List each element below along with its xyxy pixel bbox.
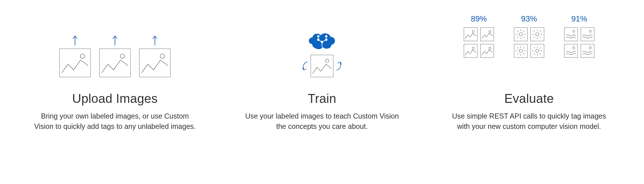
svg-point-5: [325, 39, 327, 41]
svg-point-9: [472, 31, 475, 33]
mountain-thumbnail-icon: [464, 27, 477, 41]
svg-line-28: [540, 37, 541, 38]
mountain-thumbnail-icon: [464, 44, 477, 58]
brain-icon: [306, 31, 338, 53]
svg-line-46: [540, 53, 541, 55]
svg-point-10: [489, 31, 491, 33]
svg-line-48: [534, 53, 535, 55]
svg-point-50: [589, 30, 592, 33]
upload-illustration: [59, 14, 171, 77]
image-placeholder-icon: [99, 49, 131, 77]
svg-point-2: [160, 54, 165, 59]
svg-point-52: [589, 47, 592, 49]
section-description: Bring your own labeled images, or use Cu…: [32, 111, 198, 132]
svg-line-47: [540, 47, 541, 49]
accuracy-percent: 93%: [521, 14, 537, 23]
image-placeholder-icon: [311, 55, 333, 77]
thumbnail-grid: [564, 27, 594, 58]
water-thumbnail-icon: [564, 27, 578, 41]
section-description: Use your labeled images to teach Custom …: [239, 111, 405, 132]
arrow-up-icon: [112, 34, 118, 46]
svg-point-49: [573, 30, 575, 33]
cycle-row: [301, 55, 343, 77]
evaluate-section: 89% 93% 91%: [426, 14, 633, 173]
mountain-thumbnail-icon: [480, 44, 494, 58]
svg-point-13: [519, 33, 523, 36]
svg-line-30: [534, 37, 535, 38]
image-placeholder-icon: [139, 49, 171, 77]
svg-line-21: [517, 37, 519, 38]
sun-thumbnail-icon: [530, 27, 544, 41]
svg-line-37: [523, 53, 524, 55]
section-title: Upload Images: [72, 91, 158, 106]
sun-thumbnail-icon: [530, 44, 544, 58]
svg-line-27: [534, 31, 535, 32]
thumbnail-grid: [464, 27, 494, 58]
svg-line-39: [517, 53, 519, 55]
svg-line-20: [523, 31, 524, 32]
arrow-up-icon: [72, 34, 78, 46]
svg-point-4: [317, 39, 319, 41]
section-title: Train: [308, 91, 336, 106]
image-placeholder-icon: [59, 49, 91, 77]
evaluate-group: 89%: [464, 14, 494, 58]
upload-item: [59, 34, 91, 77]
evaluate-illustration: 89% 93% 91%: [464, 14, 594, 77]
svg-point-0: [80, 54, 85, 59]
svg-line-45: [534, 47, 535, 49]
evaluate-group: 91%: [564, 14, 594, 58]
thumbnail-grid: [514, 27, 544, 58]
section-description: Use simple REST API calls to quickly tag…: [446, 111, 612, 132]
svg-line-36: [517, 47, 519, 49]
svg-line-29: [540, 31, 541, 32]
sun-thumbnail-icon: [514, 44, 528, 58]
upload-item: [99, 34, 131, 77]
train-illustration: [301, 14, 343, 77]
svg-line-18: [517, 31, 519, 32]
svg-point-8: [325, 59, 329, 63]
svg-point-6: [317, 35, 319, 37]
svg-line-38: [523, 47, 524, 49]
water-thumbnail-icon: [581, 44, 594, 58]
sun-thumbnail-icon: [514, 27, 528, 41]
train-wrap: [301, 31, 343, 77]
evaluate-group: 93%: [514, 14, 544, 58]
svg-point-40: [536, 49, 539, 53]
svg-point-51: [573, 47, 575, 49]
accuracy-percent: 89%: [471, 14, 487, 23]
svg-point-31: [519, 49, 523, 53]
train-section: Train Use your labeled images to teach C…: [218, 14, 426, 173]
water-thumbnail-icon: [581, 27, 594, 41]
mountain-thumbnail-icon: [480, 27, 494, 41]
svg-point-11: [472, 47, 475, 49]
svg-point-3: [321, 41, 323, 43]
svg-point-7: [325, 35, 327, 37]
svg-point-1: [120, 54, 125, 59]
upload-item: [139, 34, 171, 77]
section-title: Evaluate: [504, 91, 554, 106]
svg-line-19: [523, 37, 524, 38]
upload-images-section: Upload Images Bring your own labeled ima…: [11, 14, 218, 173]
svg-point-22: [536, 33, 539, 36]
accuracy-percent: 91%: [571, 14, 587, 23]
cycle-arrow-left-icon: [301, 60, 309, 72]
svg-point-12: [489, 47, 491, 49]
arrow-up-icon: [152, 34, 158, 46]
cycle-arrow-right-icon: [335, 60, 343, 72]
water-thumbnail-icon: [564, 44, 578, 58]
